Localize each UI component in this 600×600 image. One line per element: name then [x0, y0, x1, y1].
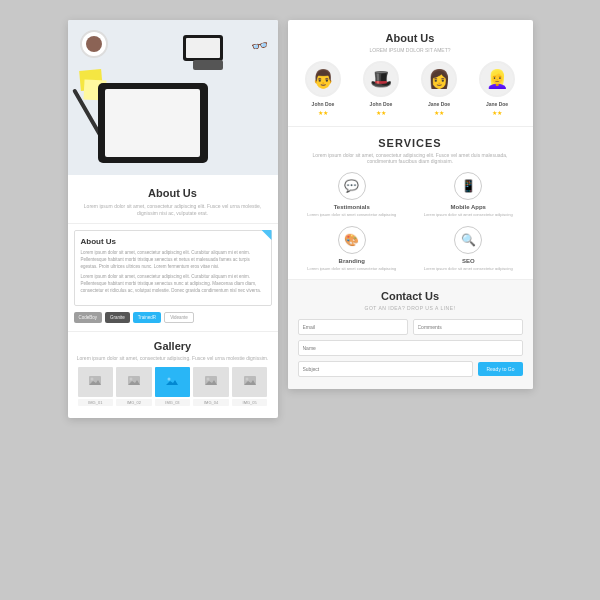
glasses-icon: 👓: [249, 37, 269, 56]
services-title: SERVICES: [298, 137, 523, 149]
gallery-item-3[interactable]: IMG_03: [155, 367, 191, 406]
service-desc-mobile: Lorem ipsum dolor sit amet consectetur a…: [414, 212, 523, 218]
coffee-cup: [80, 30, 108, 58]
member-stars-3: ★★: [414, 109, 464, 116]
service-name-branding: Branding: [298, 258, 407, 264]
about-us-section: About Us Lorem ipsum dolor sit amet, con…: [68, 175, 278, 224]
team-section: About Us LOREM IPSUM DOLOR SIT AMET? 👨 J…: [288, 20, 533, 127]
tag-granite[interactable]: Granite: [105, 312, 130, 323]
svg-point-5: [129, 377, 132, 380]
usb-drive: [193, 60, 223, 70]
member-stars-1: ★★: [298, 109, 348, 116]
gallery-item-4[interactable]: IMG_04: [193, 367, 229, 406]
team-member-4: 👱‍♀️ Jane Doe ★★: [472, 61, 522, 116]
gallery-section: Gallery Lorem ipsum dolor sit amet, cons…: [68, 331, 278, 418]
name-field[interactable]: [298, 340, 523, 356]
team-title: About Us: [296, 32, 525, 44]
svg-point-8: [168, 377, 171, 380]
member-name-4: Jane Doe: [472, 101, 522, 107]
tablet: [98, 83, 208, 163]
phone: [183, 35, 223, 61]
gallery-label-3: IMG_03: [155, 399, 191, 406]
desk-hero: 👓: [68, 20, 278, 175]
service-name-testimonials: Testimonials: [298, 204, 407, 210]
svg-point-2: [91, 377, 94, 380]
service-branding: 🎨 Branding Lorem ipsum dolor sit amet co…: [298, 226, 407, 272]
form-row-subject-submit: Ready to Go: [298, 361, 523, 377]
service-desc-seo: Lorem ipsum dolor sit amet consectetur a…: [414, 266, 523, 272]
gallery-item-5[interactable]: IMG_05: [232, 367, 268, 406]
services-description: Lorem ipsum dolor sit amet, consectetur …: [298, 152, 523, 164]
mobile-apps-icon: 📱: [454, 172, 482, 200]
team-members-row: 👨 John Doe ★★ 🎩 John Doe ★★ 👩 Jane Doe ★…: [296, 61, 525, 116]
gallery-item-1[interactable]: IMG_01: [78, 367, 114, 406]
about-box-para1: Lorem ipsum dolor sit amet, consectetur …: [81, 250, 265, 270]
team-member-3: 👩 Jane Doe ★★: [414, 61, 464, 116]
tablet-screen: [105, 89, 200, 157]
about-us-description: Lorem ipsum dolor sit amet, consectetur …: [76, 203, 270, 217]
member-stars-4: ★★: [472, 109, 522, 116]
gallery-thumb-5: [232, 367, 268, 397]
contact-form: Ready to Go: [298, 319, 523, 377]
gallery-thumb-4: [193, 367, 229, 397]
member-name-2: John Doe: [356, 101, 406, 107]
comments-field[interactable]: [413, 319, 523, 335]
gallery-label-2: IMG_02: [116, 399, 152, 406]
svg-point-14: [245, 377, 248, 380]
avatar-2: 🎩: [363, 61, 399, 97]
gallery-description: Lorem ipsum dolor sit amet, consectetur …: [74, 355, 272, 361]
service-name-mobile: Mobile Apps: [414, 204, 523, 210]
seo-icon: 🔍: [454, 226, 482, 254]
gallery-thumb-2: [116, 367, 152, 397]
contact-subtitle: GOT AN IDEA? DROP US A LINE!: [298, 305, 523, 311]
avatar-4: 👱‍♀️: [479, 61, 515, 97]
member-name-1: John Doe: [298, 101, 348, 107]
gallery-thumb-1: [78, 367, 114, 397]
avatar-3: 👩: [421, 61, 457, 97]
team-description: LOREM IPSUM DOLOR SIT AMET?: [296, 47, 525, 53]
service-desc-branding: Lorem ipsum dolor sit amet consectetur a…: [298, 266, 407, 272]
team-member-2: 🎩 John Doe ★★: [356, 61, 406, 116]
gallery-label-1: IMG_01: [78, 399, 114, 406]
gallery-title: Gallery: [74, 340, 272, 352]
service-name-seo: SEO: [414, 258, 523, 264]
team-member-1: 👨 John Doe ★★: [298, 61, 348, 116]
gallery-grid: IMG_01 IMG_02 IMG_03: [74, 367, 272, 412]
svg-point-11: [207, 377, 210, 380]
service-desc-testimonials: Lorem ipsum dolor sit amet consectetur a…: [298, 212, 407, 218]
about-us-title: About Us: [76, 187, 270, 199]
about-box-para2: Lorem ipsum dolor sit amet, consectetur …: [81, 274, 265, 294]
contact-section: Contact Us GOT AN IDEA? DROP US A LINE! …: [288, 280, 533, 389]
gallery-label-5: IMG_05: [232, 399, 268, 406]
form-row-email-comments: [298, 319, 523, 335]
tag-buttons-row: CodeBoy Granite TrainedR Videante: [68, 312, 278, 331]
member-stars-2: ★★: [356, 109, 406, 116]
subject-field[interactable]: [298, 361, 474, 377]
gallery-thumb-3: [155, 367, 191, 397]
branding-icon: 🎨: [338, 226, 366, 254]
contact-title: Contact Us: [298, 290, 523, 302]
service-testimonials: 💬 Testimonials Lorem ipsum dolor sit ame…: [298, 172, 407, 218]
tag-codeboy[interactable]: CodeBoy: [74, 312, 103, 323]
email-field[interactable]: [298, 319, 408, 335]
service-mobile-apps: 📱 Mobile Apps Lorem ipsum dolor sit amet…: [414, 172, 523, 218]
gallery-item-2[interactable]: IMG_02: [116, 367, 152, 406]
submit-button[interactable]: Ready to Go: [478, 362, 522, 376]
services-grid: 💬 Testimonials Lorem ipsum dolor sit ame…: [298, 172, 523, 271]
avatar-1: 👨: [305, 61, 341, 97]
testimonials-icon: 💬: [338, 172, 366, 200]
left-panel: 👓 About Us Lorem ipsum dolor sit amet, c…: [68, 20, 278, 418]
right-panel: About Us LOREM IPSUM DOLOR SIT AMET? 👨 J…: [288, 20, 533, 389]
member-name-3: Jane Doe: [414, 101, 464, 107]
tag-trainedr[interactable]: TrainedR: [133, 312, 161, 323]
form-row-name: [298, 340, 523, 356]
service-seo: 🔍 SEO Lorem ipsum dolor sit amet consect…: [414, 226, 523, 272]
tag-videante[interactable]: Videante: [164, 312, 194, 323]
about-box-title: About Us: [81, 237, 265, 246]
services-section: SERVICES Lorem ipsum dolor sit amet, con…: [288, 127, 533, 280]
page-wrapper: 👓 About Us Lorem ipsum dolor sit amet, c…: [0, 0, 600, 600]
about-us-box: About Us Lorem ipsum dolor sit amet, con…: [74, 230, 272, 306]
gallery-label-4: IMG_04: [193, 399, 229, 406]
